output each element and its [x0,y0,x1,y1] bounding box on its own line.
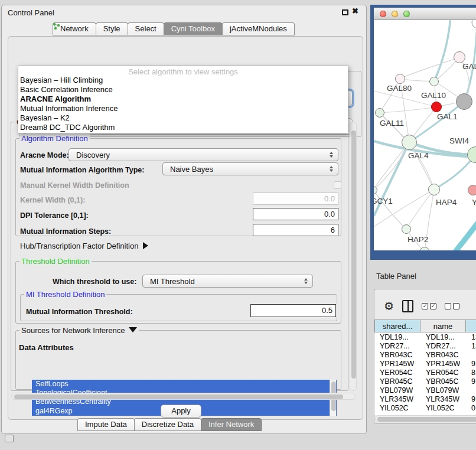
network-window-titlebar[interactable] [374,8,476,20]
close-button[interactable] [380,11,386,17]
aracne-mode-combobox[interactable]: Discovery [69,148,338,161]
algorithm-option[interactable]: Basic Correlation Inference [18,85,348,94]
table-cell[interactable]: YBR043C [420,351,459,360]
table-cell[interactable]: YLR345W [374,395,413,404]
table-cell[interactable]: 9. [466,377,476,386]
algorithm-option[interactable]: Dream8 DC_TDC Algorithm [18,123,348,132]
mi-threshold-label: Mutual Information Threshold: [26,308,133,316]
table-cell[interactable]: YIL052C [420,404,455,413]
node-gal11[interactable] [375,108,384,118]
node-gal4[interactable] [402,135,417,150]
node-hap2[interactable] [402,224,411,234]
table-cell[interactable]: YBL079W [374,386,413,395]
manual-kernel-width-checkbox[interactable] [334,181,341,189]
table-cell[interactable]: 12 [466,342,476,351]
expanded-arrow-icon [129,327,137,332]
settings-hscrollbar[interactable] [11,393,356,400]
table-rows: YDL19... YDL19... 13 YDR27... YDR27... 1… [374,332,476,415]
tab-select[interactable]: Select [128,22,164,35]
tab-cyni-toolbox[interactable]: Cyni Toolbox [164,22,223,35]
attribute-item-selected[interactable]: SelfLoops [32,380,337,389]
zoom-button[interactable] [403,11,410,17]
minimize-button[interactable] [392,11,398,17]
which-threshold-combobox[interactable]: MI Threshold [142,275,313,288]
table-cell[interactable]: YBR043C [374,351,413,360]
settings-vscrollbar[interactable] [350,122,357,391]
network-canvas[interactable]: GAL GAL80 GAL10 GAL1 GAL11 SWI4 GAL4 GCY… [374,20,476,250]
node-label: GAL4 [408,151,429,160]
hub-transcription-expander[interactable]: Hub/Transcription Factor Definition [20,242,148,250]
algorithm-option[interactable]: Bayesian – Hill Climbing [18,76,348,85]
node-gal1[interactable] [431,102,442,112]
restore-panel-icon[interactable] [5,435,14,442]
algorithm-option[interactable]: Mutual Information Inference [18,104,348,113]
scrollbar-thumb[interactable] [377,417,476,422]
table-cell[interactable]: YBL079W [420,386,459,395]
table-cell[interactable]: YPR145W [420,360,460,369]
tab-label: Network [60,24,89,33]
table-cell[interactable]: 9. [466,360,476,369]
table-cell[interactable]: YPR145W [374,360,414,369]
table-cell[interactable]: YER054C [374,369,413,377]
combo-value: Discovery [76,151,110,159]
tab-discretize-data[interactable]: Discretize Data [134,418,201,431]
table-cell[interactable]: 0. [466,404,476,413]
table-cell[interactable]: 9. [466,395,476,404]
stepper-arrows-icon [330,152,333,158]
table-cell[interactable]: YDR27... [374,342,410,351]
mi-algorithm-type-combobox[interactable]: Naive Bayes [162,162,338,175]
table-cell[interactable] [466,351,471,360]
close-icon[interactable]: ✖ [352,6,358,15]
node-label: GCY1 [374,197,393,206]
node-label: GAL10 [421,91,446,100]
table-cell[interactable]: 8. [466,369,476,377]
node-gal80[interactable] [395,74,405,84]
select-all-columns-icon[interactable]: ✓ ✓ [422,303,436,309]
node-y[interactable] [468,185,476,195]
mi-threshold-field[interactable]: 0.5 [250,304,336,317]
table-cell[interactable] [466,386,471,395]
table-cell[interactable]: YBR045C [420,377,459,386]
table-hscrollbar[interactable] [375,415,476,422]
mi-algorithm-type-label: Mutual Information Algorithm Type: [20,166,144,174]
algorithm-option[interactable]: Bayesian – K2 [18,113,348,123]
tab-jactivemnodules[interactable]: jActiveMNodules [222,22,295,35]
collapsed-arrow-icon [143,242,148,249]
panel-title: Control Panel [8,8,54,17]
kernel-width-field[interactable]: 0.0 [253,193,338,205]
tab-impute-data[interactable]: Impute Data [77,418,135,431]
tab-style[interactable]: Style [96,22,128,35]
unchecked-checkbox-icon [453,303,459,309]
checked-checkbox-icon: ✓ [430,303,436,309]
column-layout-icon[interactable] [402,300,413,312]
table-cell[interactable]: YLR345W [420,395,459,404]
table-cell[interactable]: 13 [466,333,476,342]
network-icon [53,22,60,30]
algorithm-option-selected[interactable]: ARACNE Algorithm [18,94,348,104]
table-cell[interactable]: YDR27... [420,342,456,351]
node-unnamed-gray[interactable] [456,93,472,110]
table-cell[interactable]: YDL19... [374,333,409,342]
column-header-partial[interactable]: A [466,319,476,332]
table-cell[interactable]: YER054C [420,369,459,377]
tab-infer-network[interactable]: Infer Network [201,418,262,431]
unselect-all-columns-icon[interactable] [445,303,459,309]
table-cell[interactable]: YBR045C [374,377,413,386]
table-cell[interactable]: YDL19... [420,333,455,342]
table-cell[interactable]: YIL052C [374,404,409,413]
float-window-icon[interactable] [342,9,348,15]
dpi-tolerance-field[interactable]: 0.0 [253,208,338,220]
column-header-shared-name[interactable]: shared... [374,319,420,332]
tab-network[interactable]: Network [53,22,96,35]
node-gal[interactable] [454,51,465,63]
control-panel-window: Control Panel ✖ Network Style Select Cyn… [1,5,367,434]
node-gal10[interactable] [429,77,439,86]
node-hap4[interactable] [428,184,440,195]
group-title: Sources for Network Inference [19,326,139,335]
mi-steps-field[interactable]: 6 [253,224,338,236]
apply-button[interactable]: Apply [161,405,201,418]
scrollbar-thumb[interactable] [14,394,343,399]
scrollbar-thumb[interactable] [351,131,356,379]
column-header-name[interactable]: name [420,319,466,332]
gear-icon[interactable]: ⚙ [384,301,394,312]
